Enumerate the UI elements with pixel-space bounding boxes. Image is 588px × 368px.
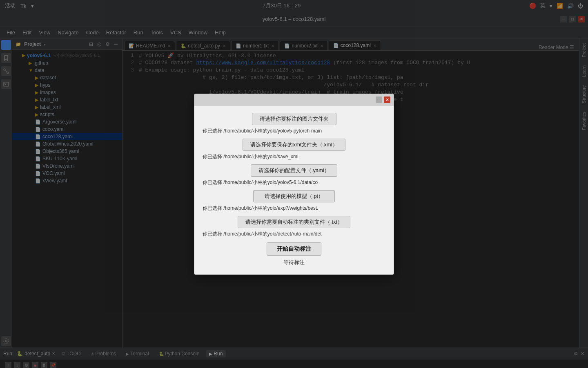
selected4-label: 你已选择 — [203, 205, 222, 211]
dialog-start-button[interactable]: 开始自动标注 — [267, 242, 321, 256]
selected2-value: /home/public/小林的yolo/save_xml — [223, 154, 298, 159]
selected1-value: /home/public/小林的yolo/yolov5-pytorch-main — [223, 128, 322, 134]
selected3-value: /home/public/小林的yolo/yolov5-6.1/data/co — [223, 180, 318, 185]
dialog-window: ─ ✕ 请选择你要标注的图片文件夹 你已选择 /home/public/小林的y… — [194, 94, 394, 275]
dialog-btn-1[interactable]: 请选择你要标注的图片文件夹 — [252, 113, 336, 125]
selected5-label: 你已选择 — [203, 231, 222, 237]
dialog-backdrop: ─ ✕ 请选择你要标注的图片文件夹 你已选择 /home/public/小林的y… — [0, 0, 588, 368]
dialog-selected-4: 你已选择 /home/public/小林的yolo/exp7/weights/b… — [203, 205, 385, 212]
selected3-label: 你已选择 — [203, 180, 222, 185]
selected4-value: /home/public/小林的yolo/exp7/weights/best. — [223, 205, 318, 211]
dialog-waiting-text: 等待标注 — [203, 259, 385, 266]
dialog-close-button[interactable]: ✕ — [384, 96, 390, 103]
dialog-btn-5[interactable]: 请选择你需要自动标注的类别文件（.txt） — [238, 216, 350, 228]
dialog-selected-3: 你已选择 /home/public/小林的yolo/yolov5-6.1/dat… — [203, 179, 385, 186]
dialog-btn-4[interactable]: 请选择使用的模型（.pt） — [253, 190, 335, 202]
dialog-row-4: 请选择使用的模型（.pt） 你已选择 /home/public/小林的yolo/… — [203, 190, 385, 212]
dialog-btn-3[interactable]: 请选择你的配置文件（.yaml） — [251, 164, 337, 177]
selected5-value: /home/public/小林的yolo/detectAuto-main/det — [223, 231, 321, 237]
selected2-label: 你已选择 — [203, 154, 222, 159]
dialog-minimize-button[interactable]: ─ — [376, 96, 382, 103]
dialog-row-1: 请选择你要标注的图片文件夹 你已选择 /home/public/小林的yolo/… — [203, 113, 385, 135]
dialog-selected-5: 你已选择 /home/public/小林的yolo/detectAuto-mai… — [203, 231, 385, 238]
selected1-label: 你已选择 — [203, 128, 222, 134]
dialog-selected-2: 你已选择 /home/public/小林的yolo/save_xml — [203, 153, 385, 160]
dialog-row-5: 请选择你需要自动标注的类别文件（.txt） 你已选择 /home/public/… — [203, 216, 385, 238]
dialog-row-2: 请选择你要保存的xml文件夹（.xml） 你已选择 /home/public/小… — [203, 139, 385, 160]
dialog-content: 请选择你要标注的图片文件夹 你已选择 /home/public/小林的yolo/… — [194, 106, 394, 274]
dialog-titlebar: ─ ✕ — [194, 94, 394, 106]
dialog-btn-2[interactable]: 请选择你要保存的xml文件夹（.xml） — [243, 139, 345, 151]
dialog-row-3: 请选择你的配置文件（.yaml） 你已选择 /home/public/小林的yo… — [203, 164, 385, 186]
dialog-selected-1: 你已选择 /home/public/小林的yolo/yolov5-pytorch… — [203, 128, 385, 135]
